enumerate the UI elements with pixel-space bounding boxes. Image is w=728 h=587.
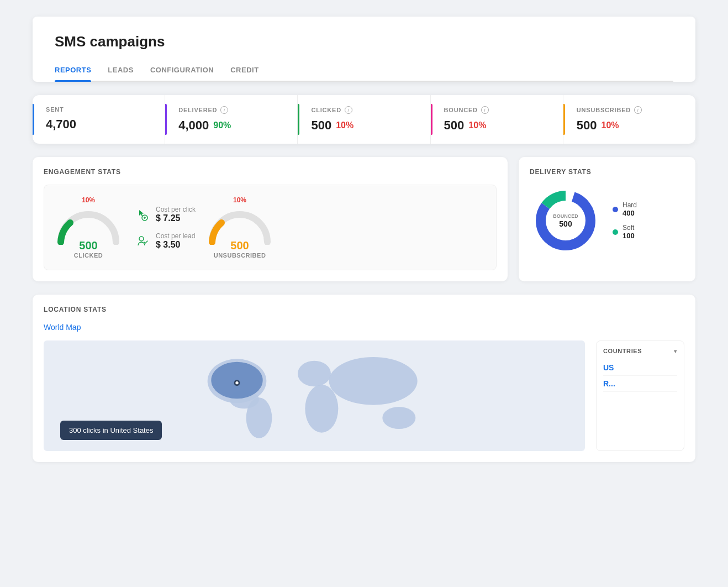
donut-chart-svg: BOUNCED 500 (530, 185, 602, 256)
location-content: 300 clicks in United States COUNTRIES ▾ … (44, 340, 684, 451)
hard-dot (613, 207, 618, 212)
cost-click-icon (133, 206, 150, 223)
nav-tabs: REPORTS LEADS CONFIGURATION CREDIT (55, 61, 673, 82)
tab-leads[interactable]: LEADS (108, 61, 134, 81)
cost-section: Cost per click $ 7.25 (133, 206, 196, 250)
engagement-panel: ENGAGEMENT STATS 10% 500 CLICKED (33, 157, 508, 281)
svg-text:500: 500 (559, 219, 572, 228)
country-r[interactable]: R... (603, 376, 677, 392)
stat-clicked-value: 500 10% (311, 118, 416, 133)
stat-clicked-label: CLICKED i (311, 106, 416, 114)
location-title: LOCATION STATS (44, 306, 684, 313)
svg-point-10 (298, 361, 331, 387)
donut-legend: Hard 400 Soft 100 (613, 201, 637, 240)
cost-per-click-label: Cost per click (156, 206, 196, 213)
delivery-panel: DELIVERY STATS BOUNCED 500 (519, 157, 695, 281)
soft-value: 100 (623, 232, 635, 240)
stat-unsubscribed-label: UNSUBSCRIBED i (577, 106, 682, 114)
cost-per-lead-label: Cost per lead (156, 232, 195, 240)
stat-bounced-label: BOUNCED i (444, 106, 550, 114)
world-map-link[interactable]: World Map (44, 323, 81, 332)
svg-point-16 (235, 381, 238, 384)
delivery-title: DELIVERY STATS (530, 168, 684, 176)
tab-credit[interactable]: CREDIT (230, 61, 259, 81)
clicked-gauge-center: 500 CLICKED (74, 239, 103, 259)
svg-point-11 (305, 385, 338, 433)
stat-bounced: BOUNCED i 500 10% (431, 95, 563, 144)
stat-delivered: DELIVERED i 4,000 90% (165, 95, 298, 144)
cost-per-click-item: Cost per click $ 7.25 (133, 206, 196, 223)
cost-per-lead-info: Cost per lead $ 3.50 (156, 232, 195, 250)
clicked-gauge-pct: 10% (82, 196, 95, 204)
hard-label: Hard (623, 201, 637, 209)
unsubscribed-gauge: 10% 500 UNSUBSCRIBED (207, 196, 273, 259)
clicked-gauge-label: CLICKED (74, 252, 103, 259)
stat-sent: SENT 4,700 (33, 95, 165, 144)
unsubscribed-info-icon[interactable]: i (634, 106, 642, 114)
svg-point-13 (382, 407, 415, 429)
stat-clicked: CLICKED i 500 10% (298, 95, 430, 144)
unsubscribed-gauge-value: 500 (214, 239, 266, 252)
map-tooltip: 300 clicks in United States (60, 421, 162, 440)
stat-unsubscribed-value: 500 10% (577, 118, 682, 133)
soft-info: Soft 100 (623, 224, 635, 240)
location-panel: LOCATION STATS World Map (33, 295, 695, 462)
soft-label: Soft (623, 224, 635, 232)
page-container: SMS campaigns REPORTS LEADS CONFIGURATIO… (33, 17, 695, 82)
legend-hard: Hard 400 (613, 201, 637, 217)
stat-bounced-value: 500 10% (444, 118, 550, 133)
countries-panel: COUNTRIES ▾ US R... (596, 340, 684, 451)
stat-delivered-value: 4,000 90% (178, 118, 284, 133)
clicked-gauge-value: 500 (74, 239, 103, 252)
legend-soft: Soft 100 (613, 224, 637, 240)
engagement-title: ENGAGEMENT STATS (44, 168, 497, 176)
hard-value: 400 (623, 209, 637, 217)
countries-header: COUNTRIES ▾ (603, 348, 677, 354)
country-us[interactable]: US (603, 360, 677, 376)
page-title: SMS campaigns (55, 33, 673, 50)
cost-per-lead-value: $ 3.50 (156, 240, 195, 250)
svg-text:BOUNCED: BOUNCED (553, 213, 578, 219)
svg-point-1 (139, 237, 144, 241)
bounced-info-icon[interactable]: i (481, 106, 489, 114)
map-area: 300 clicks in United States (44, 340, 585, 451)
donut-container: BOUNCED 500 Hard 400 S (530, 185, 684, 256)
clicked-info-icon[interactable]: i (345, 106, 352, 114)
tab-configuration[interactable]: CONFIGURATION (150, 61, 214, 81)
panels-row: ENGAGEMENT STATS 10% 500 CLICKED (33, 157, 695, 281)
svg-point-9 (246, 397, 272, 438)
stat-delivered-label: DELIVERED i (178, 106, 284, 114)
cost-per-lead-item: Cost per lead $ 3.50 (133, 232, 196, 250)
hard-info: Hard 400 (623, 201, 637, 217)
tab-reports[interactable]: REPORTS (55, 61, 91, 81)
stat-unsubscribed: UNSUBSCRIBED i 500 10% (563, 95, 695, 144)
cost-per-click-value: $ 7.25 (156, 213, 196, 223)
stats-row: SENT 4,700 DELIVERED i 4,000 90% CLICKED… (33, 95, 695, 144)
unsubscribed-gauge-pct: 10% (233, 196, 246, 204)
cost-lead-icon (133, 232, 150, 250)
clicked-gauge: 10% 500 CLICKED (55, 196, 122, 259)
unsubscribed-gauge-label: UNSUBSCRIBED (214, 252, 266, 259)
unsubscribed-gauge-center: 500 UNSUBSCRIBED (214, 239, 266, 259)
stat-sent-value: 4,700 (46, 117, 151, 132)
delivered-info-icon[interactable]: i (220, 106, 228, 114)
engagement-inner: 10% 500 CLICKED (44, 185, 497, 270)
stat-sent-label: SENT (46, 106, 151, 113)
cost-per-click-info: Cost per click $ 7.25 (156, 206, 196, 223)
svg-point-12 (329, 357, 418, 405)
soft-dot (613, 229, 618, 235)
chevron-down-icon[interactable]: ▾ (674, 348, 677, 354)
